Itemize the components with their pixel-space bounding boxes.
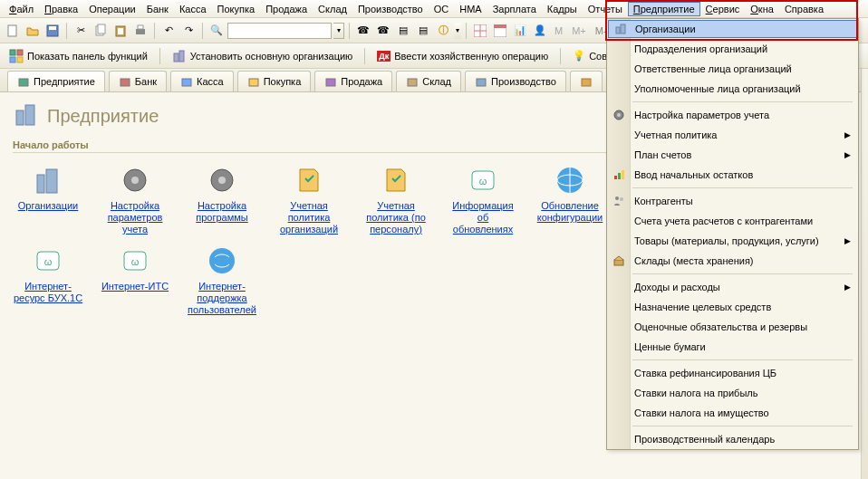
- info-icon[interactable]: ⓘ: [434, 22, 452, 40]
- info-drop[interactable]: ▾: [454, 23, 461, 39]
- m-label[interactable]: M: [551, 25, 566, 36]
- tab-more[interactable]: [570, 71, 603, 91]
- shortcut-1[interactable]: Настройка параметров учета: [100, 164, 170, 235]
- tab-label: Банк: [135, 76, 157, 87]
- tab-производство[interactable]: Производство: [465, 71, 566, 91]
- dropdown-item-7[interactable]: План счетов▶: [607, 145, 858, 165]
- svg-point-49: [209, 248, 235, 273]
- menu-файл[interactable]: Файл: [4, 2, 39, 16]
- shortcut-label: Интернет-ИТС: [100, 281, 170, 292]
- menu-окна[interactable]: Окна: [745, 2, 779, 16]
- shortcut-0[interactable]: Организации: [13, 164, 83, 235]
- svg-rect-4: [98, 24, 105, 34]
- table-icon[interactable]: [471, 22, 489, 40]
- open-icon[interactable]: [24, 22, 42, 40]
- tab-продажа[interactable]: Продажа: [314, 71, 392, 91]
- shortcut-11[interactable]: Интернет-поддержка пользователей: [187, 244, 257, 316]
- dropdown-item-label: Товары (материалы, продукция, услуги): [634, 235, 819, 246]
- menu-правка[interactable]: Правка: [39, 2, 83, 16]
- svg-rect-6: [118, 28, 123, 34]
- tab-банк[interactable]: Банк: [109, 71, 167, 91]
- dropdown-item-6[interactable]: Учетная политика▶: [607, 125, 858, 145]
- dropdown-item-label: Оценочные обязательства и резервы: [634, 321, 807, 332]
- menu-ос[interactable]: ОС: [429, 2, 455, 16]
- dropdown-item-5[interactable]: Настройка параметров учета: [607, 105, 858, 125]
- dropdown-item-label: Контрагенты: [634, 196, 693, 206]
- shortcut-3[interactable]: Учетная политика организаций: [274, 164, 344, 235]
- tab-касса[interactable]: Касса: [170, 71, 234, 91]
- dropdown-item-11[interactable]: Счета учета расчетов с контрагентами: [607, 211, 858, 231]
- page-title-icon: [13, 101, 40, 130]
- dropdown-item-17[interactable]: Оценочные обязательства и резервы: [607, 317, 858, 337]
- search-input[interactable]: [227, 23, 332, 39]
- print-icon[interactable]: [131, 22, 149, 40]
- cut-icon[interactable]: ✂: [72, 22, 90, 40]
- menu-кадры[interactable]: Кадры: [542, 2, 583, 16]
- dropdown-item-10[interactable]: Контрагенты: [607, 191, 858, 211]
- dropdown-item-21[interactable]: Ставки налога на прибыль: [607, 383, 858, 403]
- dropdown-item-24[interactable]: Производственный календарь: [607, 429, 858, 449]
- menu-производство[interactable]: Производство: [352, 2, 429, 16]
- dropdown-item-12[interactable]: Товары (материалы, продукция, услуги)▶: [607, 231, 858, 251]
- menu-нма[interactable]: НМА: [454, 2, 487, 16]
- dropdown-item-2[interactable]: Ответственные лица организаций: [607, 59, 858, 79]
- set-org-button[interactable]: Установить основную организацию: [167, 47, 359, 65]
- redo-icon[interactable]: ↷: [179, 22, 198, 40]
- shortcut-icon: ω: [467, 164, 499, 196]
- menu-склад[interactable]: Склад: [313, 2, 352, 16]
- shortcut-9[interactable]: ωИнтернет-ресурс БУХ.1С: [13, 244, 83, 316]
- list-icon[interactable]: ▤: [394, 22, 412, 40]
- phone-icon[interactable]: ☎: [354, 22, 372, 40]
- shortcut-5[interactable]: ωИнформация об обновлениях: [448, 164, 518, 235]
- show-functions-button[interactable]: Показать панель функций: [4, 47, 153, 65]
- dropdown-item-label: Подразделения организаций: [634, 43, 767, 54]
- menu-покупка[interactable]: Покупка: [212, 2, 261, 16]
- enter-op-button[interactable]: ДкВвести хозяйственную операцию: [371, 49, 554, 63]
- dropdown-item-3[interactable]: Уполномоченные лица организаций: [607, 79, 858, 99]
- dropdown-separator: [632, 426, 853, 426]
- menu-сервис[interactable]: Сервис: [700, 2, 746, 16]
- dropdown-item-20[interactable]: Ставка рефинансирования ЦБ: [607, 363, 858, 383]
- tab-склад[interactable]: Склад: [396, 71, 461, 91]
- save-icon[interactable]: [43, 22, 62, 40]
- dropdown-item-15[interactable]: Доходы и расходы▶: [607, 277, 858, 297]
- shortcut-label: Интернет-ресурс БУХ.1С: [13, 281, 83, 304]
- menu-касса[interactable]: Касса: [174, 2, 212, 16]
- tab-предприятие[interactable]: Предприятие: [7, 71, 105, 91]
- dropdown-item-18[interactable]: Ценные бумаги: [607, 337, 858, 357]
- copy-icon[interactable]: [92, 22, 110, 40]
- shortcut-6[interactable]: Обновление конфигурации: [535, 164, 605, 235]
- menu-банк[interactable]: Банк: [141, 2, 174, 16]
- dropdown-item-0[interactable]: Организации: [608, 20, 857, 38]
- shortcut-4[interactable]: Учетная политика (по персоналу): [361, 164, 431, 235]
- dropdown-item-8[interactable]: Ввод начальных остатков: [607, 165, 858, 185]
- search-dropdown[interactable]: ▾: [333, 23, 344, 39]
- shortcut-2[interactable]: Настройка программы: [187, 164, 257, 235]
- new-icon[interactable]: [4, 22, 22, 40]
- dropdown-item-16[interactable]: Назначение целевых средств: [607, 297, 858, 317]
- svg-rect-13: [494, 24, 506, 28]
- dropdown-item-13[interactable]: Склады (места хранения): [607, 251, 858, 271]
- list2-icon[interactable]: ▤: [414, 22, 432, 40]
- mplus-label[interactable]: M+: [568, 25, 590, 36]
- svg-rect-20: [19, 79, 28, 86]
- shortcut-10[interactable]: ωИнтернет-ИТС: [100, 244, 170, 316]
- menu-операции[interactable]: Операции: [83, 2, 140, 16]
- undo-icon[interactable]: ↶: [159, 22, 178, 40]
- paste-icon[interactable]: [111, 22, 130, 40]
- person-icon[interactable]: 👤: [531, 22, 549, 40]
- dropdown-item-22[interactable]: Ставки налога на имущество: [607, 403, 858, 423]
- shortcut-label: Информация об обновлениях: [448, 200, 518, 235]
- menu-справка[interactable]: Справка: [779, 2, 829, 16]
- menu-зарплата[interactable]: Зарплата: [487, 2, 542, 16]
- menu-продажа[interactable]: Продажа: [260, 2, 313, 16]
- search-icon[interactable]: 🔍: [207, 22, 226, 40]
- calendar-icon[interactable]: [491, 22, 509, 40]
- shortcut-icon: [293, 164, 325, 196]
- menu-предприятие[interactable]: Предприятие: [628, 2, 700, 16]
- dropdown-item-1[interactable]: Подразделения организаций: [607, 39, 858, 59]
- menu-отчеты[interactable]: Отчеты: [583, 2, 628, 16]
- tab-покупка[interactable]: Покупка: [237, 71, 312, 91]
- phone2-icon[interactable]: ☎: [374, 22, 392, 40]
- calc-icon[interactable]: 📊: [511, 22, 529, 40]
